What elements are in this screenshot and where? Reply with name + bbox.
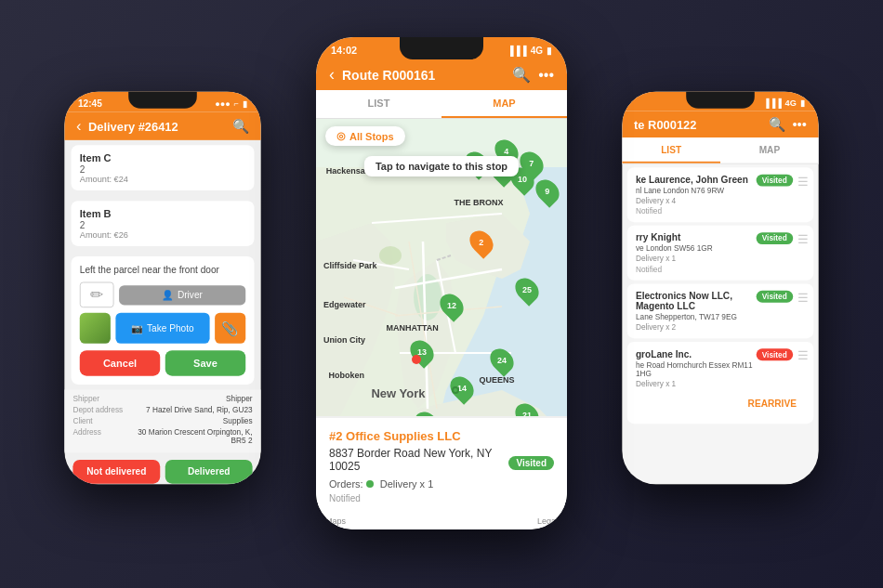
depot-row: Depot address 7 Hazel Drive Sand, Rip, G… — [72, 406, 252, 414]
take-photo-button[interactable]: 📷 Take Photo — [115, 313, 209, 344]
search-icon-left[interactable]: 🔍 — [232, 118, 249, 134]
dialog-actions: Cancel Save — [80, 350, 245, 376]
save-button[interactable]: Save — [165, 350, 245, 376]
map-label-edgewater: Edgewater — [323, 300, 366, 309]
stop-0-menu[interactable]: ☰ — [797, 175, 809, 189]
battery-center: ▮ — [547, 46, 552, 56]
route-item-2[interactable]: Electronics Now LLC, Magento LLC Lane Sh… — [627, 283, 814, 338]
stop-address-row: 8837 Border Road New York, NY 10025 Visi… — [329, 447, 554, 478]
search-icon-center[interactable]: 🔍 — [512, 66, 531, 84]
stop-0-badge: Visited — [756, 175, 793, 187]
stop-3-menu[interactable]: ☰ — [797, 348, 809, 362]
more-icon-center[interactable]: ••• — [538, 67, 554, 84]
client-label: Client — [72, 417, 132, 425]
dialog-note: Left the parcel near the front door — [80, 265, 245, 275]
stop-1-delivery: Delivery x 1 — [636, 255, 805, 263]
back-button-center[interactable]: ‹ — [329, 65, 335, 85]
wifi-icon-left: ⌐ — [234, 98, 239, 108]
not-delivered-button[interactable]: Not delivered — [72, 460, 160, 484]
svg-point-7 — [379, 246, 402, 265]
address-row: Address 30 Marion Crescent Orpington, K,… — [72, 428, 252, 445]
nav-title-right: te R000122 — [634, 117, 761, 131]
stop-notified: Notified — [329, 493, 554, 503]
route-item-0[interactable]: ke Laurence, John Green nl Lane London N… — [627, 167, 814, 222]
info-section: Shipper Shipper Depot address 7 Hazel Dr… — [64, 389, 261, 452]
item-b-title: Item B — [80, 208, 245, 220]
route-list: ke Laurence, John Green nl Lane London N… — [622, 164, 819, 485]
stop-2-badge: Visited — [756, 291, 793, 303]
tab-bar-center: LIST MAP — [316, 90, 567, 119]
map-view[interactable]: Hackensack THE BRONX Cliffside Park Edge… — [316, 119, 567, 513]
phone-right: ▐▐▐ 4G ▮ te R000122 🔍 ••• LIST MAP ke — [622, 91, 819, 484]
stop-3-addr: he Road Hornchurch Essex RM11 1HG — [636, 360, 805, 377]
stop-1-notified: Notified — [636, 265, 805, 273]
driver-label: Driver — [178, 290, 203, 300]
route-item-3[interactable]: groLane Inc. he Road Hornchurch Essex RM… — [627, 342, 814, 424]
navigation-icon: ◎ — [336, 130, 346, 142]
battery-left: ▮ — [243, 98, 248, 108]
cancel-button[interactable]: Cancel — [80, 350, 160, 376]
all-stops-label: All Stops — [349, 131, 394, 142]
status-icons-center: ▐▐▐ 4G ▮ — [507, 46, 552, 56]
phone-left: 12:45 ●●● ⌐ ▮ ‹ Delivery #26412 🔍 Item C… — [64, 91, 261, 484]
bottom-buttons: Not delivered Delivered — [64, 453, 261, 485]
item-b-qty: 2 — [80, 219, 245, 229]
notch-center — [400, 37, 483, 59]
stop-1-menu[interactable]: ☰ — [797, 232, 809, 246]
depot-value: 7 Hazel Drive Sand, Rip, GU23 — [133, 406, 253, 414]
signal-left: ●●● — [215, 98, 231, 108]
map-label-queens: QUEENS — [480, 375, 515, 385]
stop-number: #2 Office Supplies LLC — [329, 429, 554, 443]
all-stops-button[interactable]: ◎ All Stops — [325, 126, 405, 146]
attach-button[interactable]: 📎 — [215, 313, 245, 344]
delivery-dot — [366, 480, 374, 488]
signal-center: ▐▐▐ — [507, 46, 526, 56]
driver-button[interactable]: 👤 Driver — [119, 285, 245, 305]
stop-0-notified: Notified — [636, 207, 805, 216]
phones-container: 12:45 ●●● ⌐ ▮ ‹ Delivery #26412 🔍 Item C… — [0, 0, 883, 588]
stop-1-badge: Visited — [756, 232, 793, 244]
tab-list-center[interactable]: LIST — [316, 90, 442, 118]
search-icon-right[interactable]: 🔍 — [769, 116, 785, 132]
red-dot-1 — [412, 355, 421, 364]
maps-logo: Maps — [325, 516, 346, 526]
map-label-manhattan: MANHATTAN — [387, 323, 439, 333]
status-icons-right: ▐▐▐ 4G ▮ — [763, 98, 805, 108]
nav-bar-left: ‹ Delivery #26412 🔍 — [64, 111, 261, 139]
stop-address: 8837 Border Road New York, NY 10025 — [329, 447, 508, 473]
map-label-hoboken: Hoboken — [329, 371, 365, 380]
attach-icon: 📎 — [221, 320, 238, 336]
signal-right: ▐▐▐ — [763, 98, 782, 108]
delivery-item-c: Item C 2 Amount: €24 — [72, 145, 255, 190]
nav-bar-right: te R000122 🔍 ••• — [622, 111, 819, 138]
photo-row: 📷 Take Photo 📎 — [80, 313, 245, 344]
signature-box[interactable]: ✏ — [80, 282, 114, 308]
stop-0-delivery: Delivery x 4 — [636, 197, 805, 205]
depot-label: Depot address — [72, 406, 132, 414]
stop-hash: #2 — [329, 429, 346, 443]
delivery-label: Delivery x 1 — [380, 478, 433, 490]
tab-map-right[interactable]: MAP — [720, 137, 819, 163]
tab-list-right[interactable]: LIST — [622, 137, 720, 163]
stop-orders-row: Orders: Delivery x 1 — [329, 478, 554, 490]
stop-2-menu[interactable]: ☰ — [797, 291, 809, 305]
stop-2-addr: Lane Shepperton, TW17 9EG — [636, 313, 805, 321]
center-screen: 14:02 ▲ ▐▐▐ 4G ▮ ‹ Route R000161 🔍 ••• L… — [316, 37, 567, 529]
stop-3-badge: Visited — [756, 348, 793, 360]
back-button-left[interactable]: ‹ — [76, 117, 82, 135]
nav-hint: Tap to navigate to this stop — [364, 156, 519, 176]
tab-bar-right: LIST MAP — [622, 137, 819, 164]
map-label-cliffside: Cliffside Park — [323, 261, 377, 270]
rearrive-button[interactable]: REARRIVE — [748, 395, 797, 412]
delivery-item-b: Item B 2 Amount: €26 — [72, 201, 255, 246]
tab-map-center[interactable]: MAP — [442, 90, 567, 118]
legal-label: Legal — [537, 516, 558, 526]
route-item-1[interactable]: rry Knight ve London SW56 1GR Delivery x… — [627, 226, 814, 281]
stop-0-addr: nl Lane London N76 9RW — [636, 187, 805, 195]
left-screen: 12:45 ●●● ⌐ ▮ ‹ Delivery #26412 🔍 Item C… — [64, 91, 261, 484]
right-screen: ▐▐▐ 4G ▮ te R000122 🔍 ••• LIST MAP ke — [622, 91, 819, 484]
more-icon-right[interactable]: ••• — [792, 117, 806, 133]
delivered-button[interactable]: Delivered — [165, 460, 253, 484]
shipper-row: Shipper Shipper — [72, 395, 252, 403]
stop-visited-badge: Visited — [508, 456, 554, 470]
